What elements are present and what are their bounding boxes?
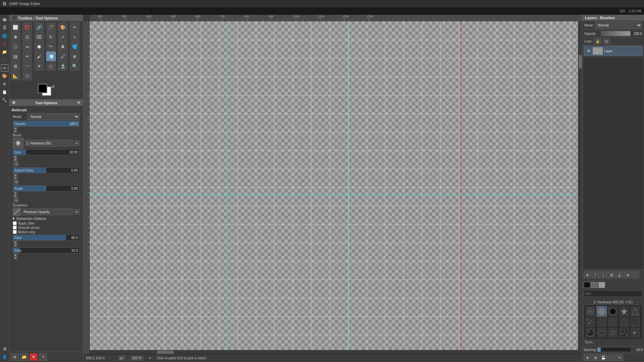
export-btn[interactable]: ↗ — [39, 353, 47, 361]
layers-duplicate-btn[interactable]: ⊞ — [608, 272, 615, 278]
aspect-up[interactable]: ▲ — [13, 173, 17, 176]
tool-crop[interactable]: ⌧ — [35, 32, 44, 42]
brush-cell-5[interactable] — [585, 317, 595, 327]
aspect-link-btn[interactable]: ⊞ — [13, 179, 19, 185]
size-slider[interactable]: Size 20.00 — [13, 149, 79, 155]
aspect-spinbtn[interactable]: ▲ ▼ — [13, 173, 79, 179]
tool-cage[interactable]: ⬢ — [35, 42, 44, 51]
tool-airbrush[interactable]: 💨 — [46, 52, 56, 61]
angle-slider[interactable]: Angle 0.00 — [13, 185, 79, 191]
tool-fuzzy-select[interactable]: 🪄 — [46, 22, 56, 32]
tool-ellipse-select[interactable]: ⭕ — [22, 22, 32, 32]
motion-only-checkbox[interactable] — [13, 230, 17, 234]
tool-rect-select[interactable]: ⬜ — [11, 22, 20, 32]
tool-select-by-color[interactable]: 🎨 — [58, 22, 67, 32]
tool-zoom[interactable]: 🔍 — [70, 61, 79, 71]
brush-edit-btn[interactable]: ✏ — [74, 140, 79, 146]
black-swatch[interactable] — [584, 282, 590, 288]
angle-up[interactable]: ▲ — [13, 191, 17, 194]
layers-lower-btn[interactable]: ⤵ — [600, 272, 607, 278]
brush-delete-btn[interactable]: ✕ — [608, 354, 615, 361]
brush-cell-11[interactable] — [597, 328, 607, 338]
aspect-slider[interactable]: Aspect Ratio 0.00 — [13, 167, 79, 173]
scrollbar-vertical[interactable] — [578, 21, 582, 354]
brush-cell-4[interactable] — [630, 306, 640, 316]
scrollbar-horizontal[interactable] — [90, 350, 578, 354]
tool-heal[interactable]: ⊕ — [70, 52, 79, 61]
layers-anchor-btn[interactable]: ⚓ — [616, 272, 623, 278]
open-image-btn[interactable]: 📂 — [20, 353, 28, 361]
tool-paths[interactable]: ⬡ — [22, 71, 32, 80]
rate-slider[interactable]: Rate 80.0 — [13, 235, 79, 241]
smooth-stroke-checkbox[interactable] — [13, 226, 17, 230]
brush-cell-12[interactable] — [608, 328, 618, 338]
iconbar-files[interactable]: 🗄 — [1, 24, 8, 32]
layers-new-btn[interactable]: ⊕ — [584, 272, 591, 278]
rate-up[interactable]: ▲ — [13, 241, 17, 244]
layer-visibility-icon[interactable]: 👁 — [586, 48, 591, 54]
layers-mode-select[interactable]: Normal — [595, 22, 642, 28]
tool-clone[interactable]: ⊞ — [11, 61, 20, 71]
opacity-up[interactable]: ▲ — [13, 127, 17, 130]
iconbar-folder[interactable]: 📁 — [1, 48, 8, 56]
layers-delete-btn[interactable]: ✕ — [632, 272, 639, 278]
mid-swatch[interactable] — [598, 282, 605, 288]
flow-up[interactable]: ▲ — [13, 253, 17, 256]
angle-spinbtn[interactable]: ▲ ▼ — [13, 191, 79, 197]
iconbar-extra1[interactable]: 📋 — [1, 88, 8, 96]
status-zoom[interactable]: 100 % — [130, 356, 143, 361]
brush-cell-14[interactable]: ✦ — [630, 328, 640, 338]
flow-spinbtn[interactable]: ▲ ▼ — [13, 253, 79, 259]
angle-link-btn[interactable]: ⊞ — [13, 197, 19, 203]
brush-new-btn[interactable]: ⊕ — [584, 354, 591, 361]
brush-cell-13[interactable] — [619, 328, 629, 338]
brushes-filter-input[interactable] — [584, 290, 643, 297]
size-spinbtn[interactable]: ▲ ▼ — [13, 155, 79, 161]
opacity-slider[interactable]: Opacity 100.0 — [13, 121, 79, 127]
brush-cell-10[interactable] — [585, 328, 595, 338]
spacing-slider[interactable] — [597, 347, 631, 352]
canvas-grid[interactable] — [90, 21, 578, 354]
iconbar-gimp[interactable]: 🐃 — [1, 16, 8, 23]
tool-ink[interactable]: 🖊 — [58, 52, 67, 61]
brush-refresh-btn[interactable]: ↻ — [616, 354, 623, 361]
scrollbar-v-thumb[interactable] — [579, 55, 582, 68]
iconbar-paint[interactable]: 🎨 — [1, 72, 8, 80]
delete-btn[interactable]: ✕ — [30, 353, 38, 361]
tool-rotate[interactable]: ↻ — [46, 32, 56, 42]
tool-scale[interactable]: ⤢ — [58, 32, 67, 42]
dynamics-edit-btn[interactable]: ✏ — [74, 209, 79, 215]
opacity-down[interactable]: ▼ — [13, 130, 17, 133]
mode-select[interactable]: Normal Dissolve Multiply — [28, 113, 79, 120]
opacity-spinbtn[interactable]: ▲ ▼ — [13, 127, 79, 133]
tool-color-pick[interactable]: 🔬 — [58, 61, 67, 71]
size-link-btn[interactable]: ⊞ — [13, 161, 19, 167]
brush-save-btn[interactable]: 💾 — [600, 354, 607, 361]
tool-pencil[interactable]: ✏ — [22, 52, 32, 61]
tool-bucket[interactable]: 🪣 — [70, 42, 79, 51]
scrollbar-h-thumb[interactable] — [157, 351, 174, 354]
lock-pixels-btn[interactable]: 🔒 — [594, 39, 601, 44]
layer-item[interactable]: 👁 Layer — [584, 46, 643, 56]
dynamics-preview[interactable] — [13, 208, 21, 216]
tool-dodge[interactable]: ☀ — [35, 61, 44, 71]
brush-cell-8[interactable] — [619, 317, 629, 327]
new-image-btn[interactable]: ⊕ — [11, 353, 19, 361]
iconbar-terminal[interactable]: ⬛ — [1, 56, 8, 64]
brush-duplicate-btn[interactable]: ⊞ — [592, 354, 599, 361]
layers-raise-btn[interactable]: ⤴ — [592, 272, 599, 278]
brush-cell-9[interactable] — [630, 317, 640, 327]
brush-preview[interactable] — [13, 138, 23, 148]
aspect-down[interactable]: ▼ — [13, 176, 17, 179]
iconbar-chrome[interactable]: 🌐 — [1, 32, 8, 40]
tool-smudge[interactable]: 〰 — [22, 61, 32, 71]
tool-measure[interactable]: 📐 — [11, 71, 20, 80]
dark-swatch[interactable] — [591, 282, 598, 288]
tool-blend[interactable]: ▤ — [11, 52, 20, 61]
iconbar-extra2[interactable]: 🔧 — [1, 97, 8, 104]
brush-cell-1[interactable] — [597, 306, 607, 316]
brush-cell-2[interactable] — [608, 306, 618, 316]
flow-slider[interactable]: Flow 10.0 — [13, 247, 79, 253]
flow-down[interactable]: ▼ — [13, 256, 17, 259]
brush-name-button[interactable]: 2. Hardness 050 — [25, 140, 73, 146]
